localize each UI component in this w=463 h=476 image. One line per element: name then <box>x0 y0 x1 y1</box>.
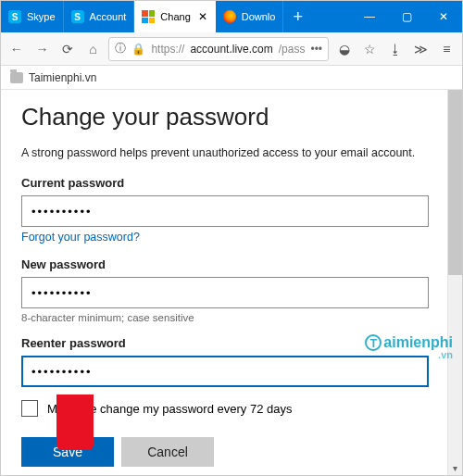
overflow-menu-icon[interactable]: ≫ <box>411 37 432 61</box>
checkbox-label: Make me change my password every 72 days <box>47 402 292 416</box>
home-button[interactable]: ⌂ <box>83 37 104 61</box>
page-title: Change your password <box>21 103 442 132</box>
reload-button[interactable]: ⟳ <box>57 37 78 61</box>
reenter-password-input[interactable] <box>21 356 429 387</box>
new-tab-button[interactable]: + <box>283 1 312 32</box>
tab-label: Account <box>90 11 127 22</box>
pocket-icon[interactable]: ◒ <box>334 37 355 61</box>
tab-label: Skype <box>27 11 56 22</box>
folder-icon <box>10 72 23 83</box>
tab-label: Chang <box>160 11 190 22</box>
close-tab-icon[interactable]: ✕ <box>198 10 207 23</box>
browser-titlebar: S Skype S Account Chang ✕ Downlo + — ▢ ✕ <box>1 1 462 32</box>
tab-skype[interactable]: S Skype <box>1 1 64 32</box>
current-password-input[interactable] <box>21 195 429 227</box>
forgot-password-link[interactable]: Forgot your password? <box>21 231 140 244</box>
new-password-input[interactable] <box>21 277 429 308</box>
back-button[interactable]: ← <box>6 37 27 61</box>
url-path: /pass <box>279 43 306 56</box>
site-info-icon[interactable]: ⓘ <box>115 41 126 56</box>
bookmarks-bar: Taimienphi.vn <box>1 66 462 90</box>
window-minimize-button[interactable]: — <box>351 1 388 32</box>
new-password-label: New password <box>21 257 442 271</box>
skype-icon: S <box>8 10 21 23</box>
url-bar[interactable]: ⓘ 🔒 https://account.live.com/pass ••• <box>108 37 329 61</box>
url-host: account.live.com <box>190 43 272 56</box>
menu-icon[interactable]: ≡ <box>436 37 457 61</box>
tab-change-password[interactable]: Chang ✕ <box>134 1 215 32</box>
page-subtitle: A strong password helps prevent unauthor… <box>21 146 442 159</box>
lock-icon: 🔒 <box>131 43 145 56</box>
skype-icon: S <box>71 10 84 23</box>
page-actions-icon[interactable]: ••• <box>310 43 322 56</box>
cancel-button[interactable]: Cancel <box>121 437 214 467</box>
change-every-72-checkbox[interactable] <box>21 400 38 417</box>
current-password-label: Current password <box>21 176 442 190</box>
window-close-button[interactable]: ✕ <box>425 1 462 32</box>
vertical-scrollbar[interactable]: ▾ <box>447 90 462 475</box>
browser-toolbar: ← → ⟳ ⌂ ⓘ 🔒 https://account.live.com/pas… <box>1 32 462 66</box>
tab-downloads[interactable]: Downlo <box>216 1 284 32</box>
page-content: Change your password A strong password h… <box>1 90 462 467</box>
firefox-icon <box>223 10 236 23</box>
reenter-password-label: Reenter password <box>21 336 442 350</box>
url-prefix: https:// <box>151 43 184 56</box>
window-maximize-button[interactable]: ▢ <box>388 1 425 32</box>
password-hint: 8-character minimum; case sensitive <box>21 312 442 323</box>
scrollbar-thumb[interactable] <box>448 90 462 275</box>
microsoft-icon <box>142 10 155 23</box>
bookmark-star-icon[interactable]: ☆ <box>360 37 381 61</box>
forward-button[interactable]: → <box>32 37 53 61</box>
scroll-down-arrow-icon[interactable]: ▾ <box>448 460 462 475</box>
save-button[interactable]: Save <box>21 437 114 467</box>
tab-label: Downlo <box>242 11 276 22</box>
bookmark-item[interactable]: Taimienphi.vn <box>29 71 96 84</box>
downloads-icon[interactable]: ⭳ <box>385 37 406 61</box>
tab-account[interactable]: S Account <box>64 1 135 32</box>
